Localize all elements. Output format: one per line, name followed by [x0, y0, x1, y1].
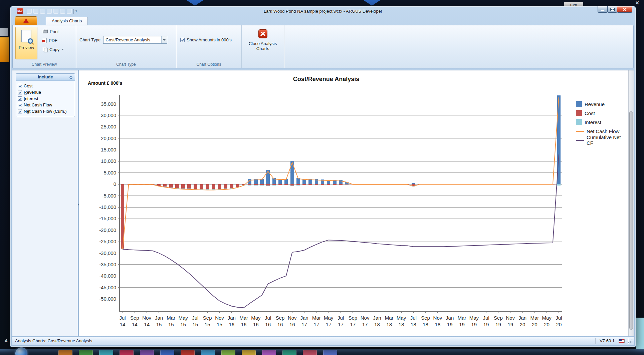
taskbar-icon[interactable] [79, 350, 93, 355]
checkbox[interactable] [18, 90, 22, 94]
checkbox[interactable] [18, 84, 22, 88]
legend-item: Revenue [576, 101, 628, 107]
save-all-icon[interactable] [47, 9, 52, 14]
taskbar-icon[interactable] [221, 350, 235, 355]
scrollbar-thumb[interactable] [629, 111, 633, 330]
checkbox[interactable] [18, 109, 22, 113]
svg-text:Nov: Nov [288, 315, 297, 321]
chart-type-select[interactable]: Cost/Revenue Analysis [103, 36, 167, 44]
chart-svg: -50,000-45,000-40,000-35,000-30,000-25,0… [81, 86, 569, 333]
svg-text:17: 17 [326, 322, 332, 327]
minimize-button[interactable] [598, 6, 608, 13]
zoom-icon[interactable] [60, 9, 65, 14]
include-item-net-cash-flow[interactable]: Net Cash Flow [18, 102, 73, 107]
svg-text:Sep: Sep [203, 315, 212, 321]
copy-button[interactable]: Copy [41, 45, 66, 53]
legend-swatch [576, 140, 584, 141]
collapse-chevron-icon[interactable] [69, 75, 73, 82]
taskbar-icon[interactable] [282, 350, 296, 355]
legend-swatch [576, 101, 582, 107]
save-as-icon[interactable] [40, 9, 45, 14]
chart-type-dropdown-button[interactable] [161, 36, 167, 43]
svg-text:-5,000: -5,000 [102, 193, 116, 199]
svg-text:Sep: Sep [494, 315, 503, 321]
qat-customize-icon[interactable]: ▾ [75, 9, 77, 13]
taskbar-icon[interactable] [160, 350, 174, 355]
taskbar-icon[interactable] [262, 350, 276, 355]
app-dev-icon: DEV [17, 8, 23, 14]
status-bar: Analysis Charts: Cost/Revenue Analysis V… [12, 337, 634, 345]
svg-text:-45,000: -45,000 [99, 285, 116, 290]
taskbar-icon[interactable] [242, 350, 256, 355]
legend-item: Net Cash Flow [576, 128, 628, 134]
close-button[interactable] [617, 6, 632, 13]
svg-text:30,000: 30,000 [101, 112, 116, 118]
svg-text:17: 17 [314, 322, 319, 327]
checkbox[interactable] [18, 103, 22, 107]
copy-dropdown-icon[interactable] [62, 49, 64, 50]
argus-logo-icon [23, 18, 29, 23]
svg-text:Jul: Jul [410, 315, 417, 321]
taskbar-icon[interactable] [140, 350, 154, 355]
taskbar-icon[interactable] [58, 350, 72, 355]
svg-text:15: 15 [168, 322, 174, 327]
legend-swatch [576, 119, 582, 125]
print-button[interactable]: Print [41, 27, 66, 35]
save-icon[interactable] [33, 9, 38, 14]
show-amounts-label: Show Amounts in 000's [187, 37, 232, 42]
group-label-chart-options: Chart Options [176, 61, 241, 68]
preview-button[interactable]: Preview [15, 27, 37, 59]
svg-text:16: 16 [289, 322, 295, 327]
include-item-cost[interactable]: Cost [18, 83, 73, 88]
svg-text:May: May [251, 315, 261, 321]
pdf-button[interactable]: PDF [41, 36, 66, 44]
svg-text:19: 19 [447, 322, 453, 327]
start-button[interactable] [15, 347, 27, 355]
svg-text:0: 0 [114, 181, 116, 187]
show-amounts-checkbox[interactable] [180, 38, 185, 42]
chart-panel: Amount £ 000's Cost/Revenue Analysis -50… [79, 70, 628, 336]
svg-text:Nov: Nov [142, 315, 151, 321]
svg-text:Jul: Jul [265, 315, 271, 321]
taskbar-icon[interactable] [201, 350, 215, 355]
comment-icon[interactable] [67, 9, 72, 14]
include-item-revenue[interactable]: Revenue [18, 89, 73, 95]
preview-icon [21, 30, 31, 42]
check-icon [18, 91, 22, 94]
paste-icon[interactable] [27, 9, 32, 14]
close-charts-icon [258, 29, 267, 38]
language-flag-icon[interactable] [619, 339, 625, 343]
svg-text:20,000: 20,000 [101, 135, 116, 141]
taskbar-icon[interactable] [99, 350, 113, 355]
taskbar-icon[interactable] [323, 350, 337, 355]
application-menu-button[interactable] [15, 16, 37, 25]
include-item-net-cash-flow-cum[interactable]: Net Cash Flow (Cum.) [18, 108, 73, 114]
include-item-interest[interactable]: Interest [18, 96, 73, 101]
background-close-icon: ✕ [635, 0, 639, 6]
svg-text:May: May [397, 315, 406, 321]
svg-text:19: 19 [471, 322, 477, 327]
check-icon [181, 38, 185, 42]
tab-analysis-charts[interactable]: Analysis Charts [46, 17, 88, 25]
checkbox[interactable] [18, 96, 22, 101]
close-analysis-charts-button[interactable]: Close Analysis Charts [245, 28, 280, 60]
vertical-scrollbar[interactable] [628, 70, 634, 336]
taskbar-icon[interactable] [120, 350, 134, 355]
taskbar-icon[interactable] [181, 350, 195, 355]
legend-item: Cost [576, 110, 628, 116]
svg-text:Jan: Jan [446, 315, 454, 321]
svg-text:20: 20 [544, 322, 550, 327]
maximize-button[interactable] [607, 6, 617, 13]
calculate-icon[interactable] [53, 9, 58, 14]
legend-label: Cost [585, 110, 595, 116]
window-title: Lark Wood Pond NA sample project.wcfx - … [264, 6, 382, 16]
check-icon [18, 97, 22, 101]
preview-small-buttons: Print PDF Copy [41, 27, 66, 53]
copy-icon [43, 47, 47, 52]
svg-text:-50,000: -50,000 [99, 296, 116, 302]
svg-text:19: 19 [507, 322, 513, 327]
legend-item: Cumulative Net CF [576, 137, 628, 143]
resize-grip[interactable] [628, 339, 633, 343]
ribbon: Preview Print PDF Copy [12, 25, 634, 68]
taskbar-icon[interactable] [303, 350, 317, 355]
